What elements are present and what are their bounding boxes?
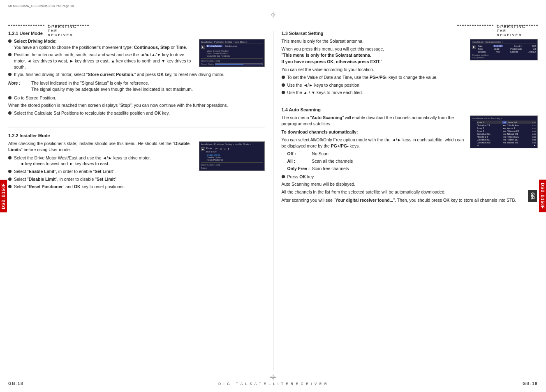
bullet-2-2: Select "Enable Limit", in order to enabl…	[8, 168, 195, 175]
bullet-2-4-text: Select "Reset Positioner" and OK key to …	[14, 184, 265, 190]
bullet-dot-calc	[8, 111, 12, 115]
ss2-icon: ▶	[201, 147, 205, 151]
dot-line-right: OPERATING THE RECEIVER	[457, 25, 538, 26]
bullet-dot-32	[282, 83, 285, 87]
scan-off-value: No Scan	[312, 151, 329, 157]
gb-tab: GB	[528, 190, 537, 202]
press-ok-text: Press OK key.	[287, 174, 538, 180]
page-num-left: GB-18	[8, 381, 23, 386]
ss2-content: Drive W M G ▶ Bus Level	[206, 147, 263, 153]
screenshot-solarsat: Installation > Solarsat Setting > ▶ Date…	[470, 39, 538, 60]
bullet-2-3-text: Select "Disable Limit", in order to disa…	[14, 176, 265, 182]
page-num-right: GB-19	[523, 381, 538, 386]
section-14-title: 1.4 Auto Scanning	[282, 107, 538, 112]
ss-drive-content: Driving Mode Continuous	[206, 45, 263, 49]
bullet-dot-3	[8, 73, 12, 76]
screenshot-autoscan: Installation > Auto Scanning > Astra 2 A…	[470, 115, 538, 148]
ss2-motor: Motor Status : Stop	[201, 162, 263, 166]
spacer-1	[8, 118, 265, 124]
solarsat-para2: You can set the value according to your …	[282, 67, 538, 73]
ss-signal: Signal Status	[201, 63, 263, 65]
side-tab-right: DSB-B150F	[539, 180, 546, 212]
print-header: MF68-00362A_GB 8/25/05 2:14 PM Page 18	[8, 4, 538, 8]
crosshair-top	[270, 12, 276, 18]
ss4-cols: Astra 2 All Sirius 2/3 xxx Globalsat 1S …	[472, 121, 536, 147]
bullet-dot-24	[8, 185, 12, 188]
note-text: The level indicated in the "Signal Statu…	[31, 80, 193, 92]
bullet-dot-2	[8, 53, 12, 56]
scan-off: Off : No Scan	[287, 151, 538, 157]
scan-all-value: Scan all the channels	[312, 158, 353, 165]
bullet-3-1-text: To set the Value of Date and Time, use t…	[287, 74, 538, 81]
bullet-dot	[8, 39, 12, 43]
bullet-dot-22	[8, 170, 12, 173]
scan-free-value: Scan free channels	[312, 166, 349, 172]
page-right: 1.3 Solarsat Setting Installation > Sola…	[273, 31, 538, 371]
bullet-go-stored: Go to Stored Position.	[8, 95, 265, 101]
spacer-2	[282, 97, 538, 101]
bullet-2-2-text: Select "Enable Limit", in order to enabl…	[14, 168, 195, 175]
screenshot-user-mode: Installation > Positioner Setting > User…	[199, 39, 265, 67]
bullet-dot-31	[282, 76, 285, 79]
stop-para: When the stored position is reached then…	[8, 102, 265, 108]
ss2-select: Select	[201, 167, 263, 169]
note-label: Note :	[8, 80, 29, 92]
bullet-2-4: Select "Reset Positioner" and OK key to …	[8, 184, 265, 190]
doc-ref: MF68-00362A_GB 8/25/05 2:14 PM Page 18	[8, 4, 74, 8]
bullet-dot-33	[282, 91, 285, 94]
autoscan-result2: All the channels in the list from the se…	[282, 189, 538, 195]
ss2-row-drive: ▶ Drive W M G ▶ Bus Level	[201, 147, 263, 153]
ss3-pos: Sat. position	[472, 56, 536, 59]
ss-title: Installation > Positioner Setting > User…	[201, 41, 263, 44]
divider-1	[8, 127, 265, 127]
ss-drive-value: Continuous	[225, 45, 237, 47]
go-stored-text: Go to Stored Position.	[14, 95, 265, 101]
screenshot-installer-mode: Installation > Positioner Setting > Inst…	[199, 141, 265, 171]
bullet-1-3-text: If you finished driving of motor, select…	[14, 71, 265, 78]
side-tab-left: DSB-B150F	[0, 180, 7, 212]
bullet-press-ok: Press OK key.	[282, 174, 538, 180]
bullet-2-1: Select the Drive Motor West/East and use…	[8, 155, 195, 167]
ss3-title: Installation > Solarsat Setting >	[472, 41, 536, 44]
autoscan-result1: Auto Scanning menu will be displayed.	[282, 181, 538, 187]
calc-text: Select the Calculate Sat Positions to re…	[14, 110, 265, 116]
dot-line-left: OPERATING THE RECEIVER	[8, 25, 89, 26]
bullet-dot-ok	[282, 175, 285, 178]
scan-free: Only Free : Scan free channels	[287, 166, 538, 172]
bullet-3-2-text: Use the ◄/► keys to change position.	[287, 82, 538, 88]
ss-sub-items: Move Current Position Go to Stored Posit…	[207, 50, 263, 57]
bullet-dot-23	[8, 178, 12, 181]
ss4-title: Installation > Auto Scanning >	[472, 117, 536, 120]
section-121-title: 1.2.1 User Mode	[8, 31, 265, 36]
bullet-1-1: Select Driving Mode: You have an option …	[8, 38, 195, 50]
bullet-1-2-text: Position the antenna with north, south, …	[14, 52, 195, 70]
scan-options-list: Off : No Scan All : Scan all the channel…	[287, 151, 538, 172]
ss-motor-status: Motor Status : Stop	[201, 58, 263, 62]
bullet-3-3: Use the ▲ / ▼ keys to move each filed.	[282, 90, 538, 96]
autoscan-result3: After scanning you will see "Your digita…	[282, 197, 538, 203]
bottom-center-text: D I G I T A L S A T E L L I T E R E C E …	[218, 382, 328, 386]
ss-row-drive: ▶ Driving Mode Continuous	[201, 45, 263, 49]
main-content: 1.2.1 User Mode Installation > Positione…	[8, 31, 538, 371]
bullet-2-3: Select "Disable Limit", in order to disa…	[8, 176, 265, 182]
ss3-row1: ▶ Date 04/2004 Country RU Time 00:00 Pos…	[472, 45, 536, 53]
ss2-title: Installation > Positioner Setting > Inst…	[201, 143, 263, 146]
header-label-right: OPERATING THE RECEIVER	[497, 25, 498, 26]
bullet-1-2: Position the antenna with north, south, …	[8, 52, 195, 70]
bottom-bar: GB-18 D I G I T A L S A T E L L I T E R …	[8, 381, 538, 386]
bullet-1-1-text: Select Driving Mode: You have an option …	[14, 38, 195, 50]
section-13-title: 1.3 Solarsat Setting	[282, 31, 538, 36]
header-label-left: OPERATING THE RECEIVER	[48, 25, 49, 26]
note-section: Note : The level indicated in the "Signa…	[8, 80, 265, 92]
bullet-1-3: If you finished driving of motor, select…	[8, 71, 265, 78]
crosshair-bottom	[270, 374, 276, 380]
bullet-3-3-text: Use the ▲ / ▼ keys to move each filed.	[287, 90, 538, 96]
top-dots-bar: OPERATING THE RECEIVER OPERATING THE REC…	[8, 25, 538, 26]
ss2-menu: Enable Limits Disable Limits Reset Posit…	[207, 154, 263, 161]
scan-all: All : Scan all the channels	[287, 158, 538, 165]
section-122-title: 1.2.2 Installer Mode	[8, 133, 265, 138]
ss-drive-label: Driving Mode	[206, 45, 222, 47]
ss-icon: ▶	[201, 45, 205, 49]
scan-all-label: All :	[287, 158, 312, 165]
bullet-dot-21	[8, 156, 12, 159]
